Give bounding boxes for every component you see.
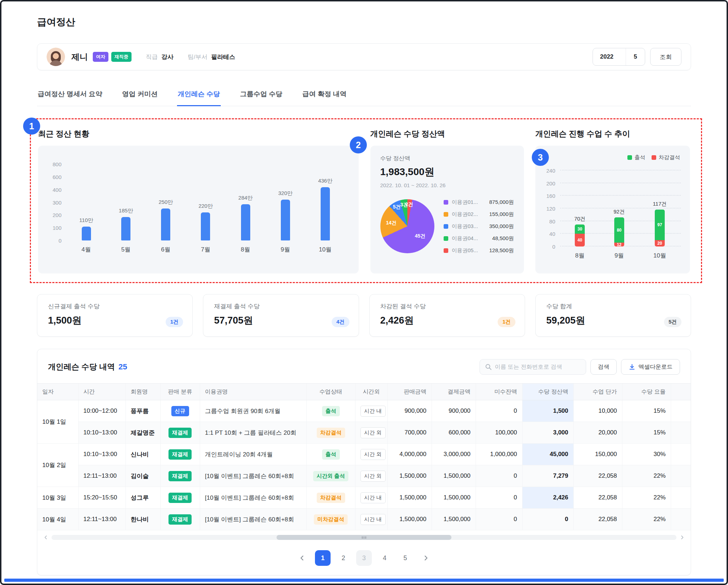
cell-time: 12:11~13:00 (78, 465, 125, 487)
tab-4[interactable]: 그룹수업 수당 (239, 85, 283, 106)
bar-group: 284만8월 (239, 164, 253, 240)
pagination-next-icon[interactable] (418, 550, 434, 566)
tab-1[interactable]: 급여정산 명세서 요약 (37, 85, 103, 106)
legend-amount: 875,000원 (489, 199, 514, 206)
y-tick-label: 0 (59, 238, 61, 244)
bar-value-label: 320만 (278, 190, 293, 197)
scroll-left-icon[interactable] (42, 534, 49, 541)
cell-overtime: 시간 외 (355, 465, 387, 487)
lesson-trend-section: 개인레슨 진행 수업 수 추이 출석차감결석 04080120160200240… (535, 129, 690, 273)
y-tick-label: 400 (53, 186, 61, 193)
overtime-badge: 시간 외 (360, 471, 386, 482)
cell-payment-amount: 900,000 (432, 400, 476, 422)
cell-rate: 15% (622, 400, 671, 422)
team-value: 필라테스 (211, 53, 235, 61)
year-month-select[interactable]: 2022 5 (593, 48, 645, 66)
overtime-badge: 시간 내 (360, 406, 386, 417)
chart2-title: 개인레슨 수당 정산액 (370, 129, 524, 139)
cell-ticket-name: [10월 이벤트] 그룹레슨 60회+8회 (200, 487, 306, 509)
cell-allowance-amount: 0 (522, 509, 573, 530)
bar-group: 185만5월 (119, 164, 133, 240)
excel-download-label: 엑셀다운로드 (638, 363, 673, 371)
y-tick-label: 300 (53, 199, 61, 205)
tab-3[interactable]: 개인레슨 수당 (177, 85, 221, 106)
y-tick-label: 80 (549, 218, 555, 224)
y-tick-label: 160 (546, 193, 555, 199)
scrollbar-thumb[interactable] (277, 535, 451, 540)
bar-group: 110만4월 (79, 164, 93, 240)
pagination-page-3[interactable]: 3 (356, 550, 372, 566)
summary-card-count-badge: 1건 (498, 317, 515, 327)
bar-rect (121, 217, 130, 240)
tab-5[interactable]: 급여 확정 내역 (301, 85, 347, 106)
absence-segment: 12 (614, 243, 624, 247)
cell-allowance-amount: 7,279 (522, 465, 573, 487)
cell-time: 15:20~15:50 (78, 487, 125, 509)
table-title: 개인레슨 수당 내역 (48, 362, 115, 371)
legend-amount: 48,500원 (492, 235, 514, 242)
bar-value-label: 250만 (159, 199, 173, 206)
bar-rect (281, 200, 290, 240)
cell-date: 10월 4일 (37, 509, 78, 530)
cell-payment-amount: 1,500,000 (432, 509, 476, 530)
cell-lesson-status: 차감결석 (306, 487, 355, 509)
annotation-marker-1: 1 (23, 118, 40, 135)
cell-sale-type: 재결제 (160, 444, 200, 465)
year-value[interactable]: 2022 (593, 48, 626, 65)
annotation-marker-3: 3 (532, 149, 549, 166)
y-tick-label: 100 (53, 225, 61, 231)
bar-value-label: 220만 (198, 203, 213, 210)
stacked-chart-plot: 70건30408월92건80129월117건972010월 (560, 170, 681, 247)
table-actions: 검색 엑셀다운로드 (480, 359, 680, 375)
avatar-image (47, 48, 65, 66)
legend-swatch (444, 248, 448, 253)
pie-legend-item: 이용권01...875,000원 (444, 196, 514, 208)
stacked-bar-group: 70건30408월 (574, 170, 585, 247)
query-button[interactable]: 조회 (650, 48, 681, 66)
cell-rate: 22% (622, 509, 671, 530)
column-header: 수업 단가 (573, 384, 622, 400)
table-body: 10월 1일10:00~12:00풍푸름신규그룹수업 회원권 90회 6개월출석… (37, 400, 691, 530)
bottom-bar (4, 579, 724, 582)
month-value[interactable]: 5 (626, 48, 645, 65)
pagination-prev-icon[interactable] (294, 550, 310, 566)
pagination-page-4[interactable]: 4 (377, 550, 392, 566)
summary-card-title: 수당 합계 (546, 302, 680, 310)
bar-value-label: 284만 (239, 195, 253, 201)
cell-ticket-name: [10월 이벤트] 그룹레슨 60회+8회 (200, 509, 306, 530)
cell-unpaid-balance: 0 (476, 487, 522, 509)
overtime-badge: 시간 외 (360, 427, 386, 438)
recent-settlement-chart: 0100200300400600800 110만4월185만5월250만6월22… (38, 146, 359, 273)
summary-card-title: 차감된 결석 수당 (380, 302, 514, 310)
bar-x-label: 10월 (319, 245, 332, 254)
cell-overtime: 시간 내 (355, 509, 387, 530)
cell-sales-amount: 1,500,000 (387, 465, 432, 487)
page-title: 급여정산 (1, 1, 727, 28)
cell-filler (671, 400, 691, 422)
table-row: 10월 2일10:10~13:00신나비재결제개인트레이닝 20회 4개월출석시… (37, 444, 691, 465)
summary-card-title: 신규결제 출석 수당 (48, 302, 182, 310)
stacked-bar-total: 70건 (574, 216, 585, 222)
profile-badge-2: 재직중 (111, 52, 132, 62)
cell-unpaid-balance: 0 (476, 465, 522, 487)
scroll-right-icon[interactable] (679, 534, 686, 541)
legend-swatch (444, 212, 448, 217)
absence-segment: 40 (575, 234, 585, 247)
search-button[interactable]: 검색 (590, 359, 617, 375)
pagination-page-5[interactable]: 5 (397, 550, 413, 566)
cell-overtime: 시간 내 (355, 400, 387, 422)
cell-sale-type: 신규 (160, 400, 200, 422)
search-input[interactable] (495, 364, 581, 370)
pagination-page-1[interactable]: 1 (315, 550, 331, 566)
cell-sale-type: 재결제 (160, 422, 200, 444)
excel-download-button[interactable]: 엑셀다운로드 (621, 359, 680, 375)
chart3-title: 개인레슨 진행 수업 수 추이 (535, 129, 690, 139)
overtime-badge: 시간 내 (360, 514, 386, 525)
bar-value-label: 110만 (79, 217, 93, 224)
annotation-marker-2: 2 (350, 136, 367, 153)
pagination: 12345 (37, 550, 691, 566)
pagination-page-2[interactable]: 2 (336, 550, 351, 566)
scrollbar-track[interactable] (52, 535, 676, 540)
search-icon (485, 363, 492, 370)
tab-2[interactable]: 영업 커미션 (122, 85, 159, 106)
